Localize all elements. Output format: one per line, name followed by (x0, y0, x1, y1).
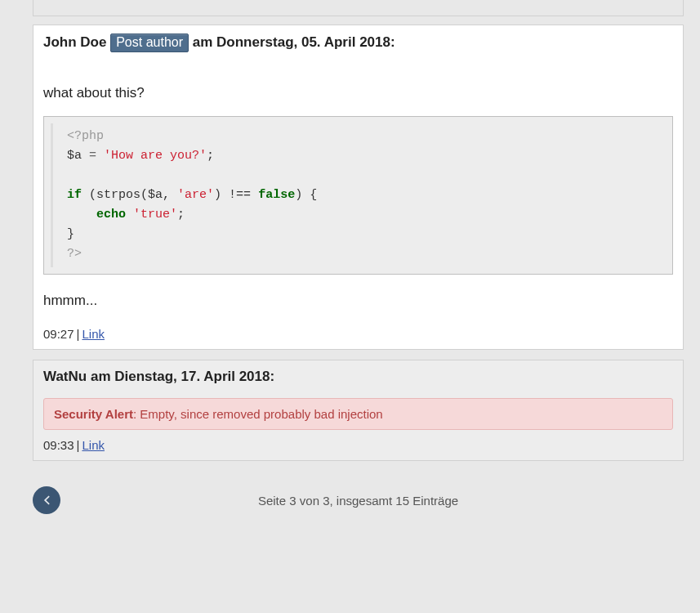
comment-footer: 09:33|Link (43, 438, 673, 452)
security-alert: Security Alert: Empty, since removed pro… (43, 398, 673, 430)
comment-author: WatNu (43, 369, 87, 384)
comment-date: Dienstag, 17. April 2018 (114, 369, 270, 384)
comment-card: WatNu am Dienstag, 17. April 2018: Secur… (33, 360, 684, 461)
comment-time: 09:27 (43, 327, 74, 341)
comment-body-after: hmmm... (43, 293, 673, 309)
code-token-punc: , (163, 188, 177, 202)
code-token-keyword: if (67, 188, 82, 202)
code-token-op: = (82, 149, 104, 163)
comment-body-before: what about this? (43, 85, 673, 101)
code-block: <?php $a = 'How are you?'; if (strpos($a… (43, 116, 673, 275)
code-token-space (126, 208, 133, 221)
comment-author: John Doe (43, 34, 106, 50)
alert-text: : Empty, since removed probably bad inje… (133, 407, 383, 421)
comment-header: WatNu am Dienstag, 17. April 2018: (43, 369, 673, 385)
code-token-literal: false (258, 188, 295, 202)
code-token-var: $a (148, 188, 163, 202)
code-token-punc: ( (140, 188, 148, 202)
code-token-string: 'How are you?' (104, 149, 207, 163)
colon: : (390, 34, 395, 50)
pager: Seite 3 von 3, insgesamt 15 Einträge (33, 485, 684, 515)
date-prefix: am (91, 369, 111, 384)
code-token-punc: ( (82, 188, 96, 202)
code-token-punc: ; (177, 208, 185, 221)
code-token-func: strpos (96, 188, 140, 202)
permalink[interactable]: Link (82, 327, 105, 341)
comment-card: John Doe Post author am Donnerstag, 05. … (33, 25, 684, 350)
comment-footer: 09:27|Link (43, 327, 673, 341)
code-token-string: 'true' (133, 208, 177, 221)
alert-title: Security Alert (54, 407, 133, 421)
code-token-var: $a (67, 149, 82, 163)
pager-summary: Seite 3 von 3, insgesamt 15 Einträge (60, 494, 656, 508)
code-token-punc: } (67, 227, 74, 241)
code-token-keyword: echo (96, 208, 126, 221)
separator: | (74, 438, 82, 452)
code-token-punc: ) { (295, 188, 317, 202)
comment-time: 09:33 (43, 438, 74, 452)
code-token-punc: ; (207, 149, 214, 163)
chevron-left-icon (39, 493, 54, 508)
code-pre: <?php $a = 'How are you?'; if (strpos($a… (59, 127, 658, 264)
previous-comment-stub (33, 0, 684, 16)
code-token-phptag: ?> (67, 247, 82, 261)
code-token-phptag: <?php (67, 129, 104, 143)
comment-header: John Doe Post author am Donnerstag, 05. … (43, 34, 673, 52)
code-token-indent (67, 208, 96, 221)
separator: | (74, 327, 82, 341)
colon: : (270, 369, 274, 384)
code-token-string: 'are' (177, 188, 214, 202)
permalink[interactable]: Link (82, 438, 105, 452)
code-token-punc: ) !== (214, 188, 258, 202)
comment-date: Donnerstag, 05. April 2018 (216, 34, 390, 50)
date-prefix: am (193, 34, 213, 50)
previous-page-button[interactable] (33, 486, 60, 514)
post-author-badge: Post author (110, 34, 189, 52)
